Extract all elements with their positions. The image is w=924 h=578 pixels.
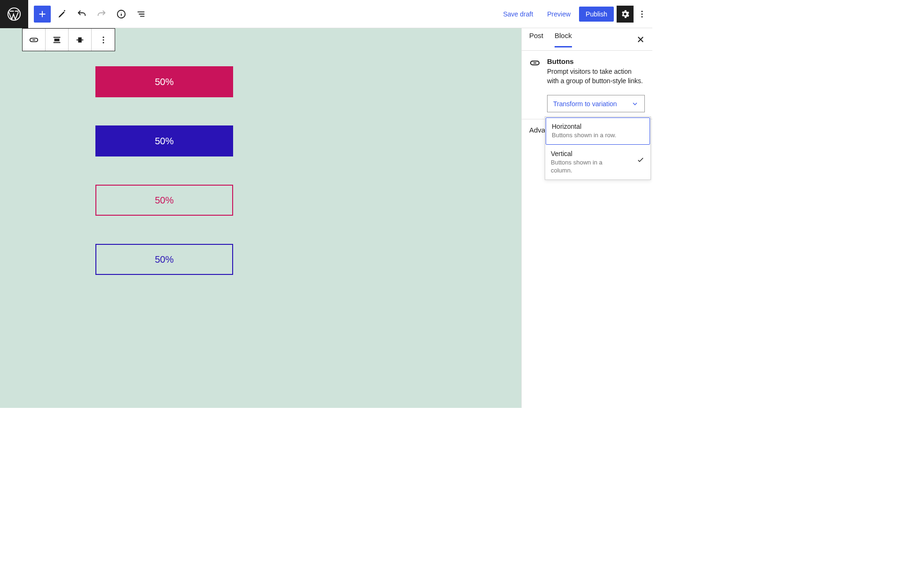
variation-dropdown: Horizontal Buttons shown in a row. Verti…: [545, 117, 651, 180]
editor-main: 50% 50% 50% 50% Post Block Buttons Promp…: [0, 28, 652, 408]
editor-top-bar: Save draft Preview Publish: [0, 0, 652, 28]
button-block[interactable]: 50%: [95, 244, 233, 275]
save-draft-button[interactable]: Save draft: [497, 7, 539, 22]
list-view-button[interactable]: [133, 6, 149, 23]
buttons-block: 50% 50% 50% 50%: [95, 66, 233, 275]
top-right-tools: Save draft Preview Publish: [497, 6, 652, 23]
button-label: 50%: [155, 77, 173, 87]
preview-button[interactable]: Preview: [541, 7, 576, 22]
svg-point-3: [642, 13, 643, 15]
variation-option-horizontal[interactable]: Horizontal Buttons shown in a row.: [546, 117, 650, 145]
info-button[interactable]: [113, 6, 130, 23]
editor-canvas[interactable]: 50% 50% 50% 50%: [0, 28, 521, 408]
button-block[interactable]: 50%: [95, 66, 233, 97]
close-sidebar-button[interactable]: [636, 35, 645, 44]
block-card-title: Buttons: [547, 57, 645, 65]
svg-point-10: [102, 42, 104, 43]
block-toolbar: [22, 28, 115, 51]
variation-option-vertical[interactable]: Vertical Buttons shown in a column.: [545, 145, 650, 180]
variation-option-description: Buttons shown in a row.: [552, 131, 644, 140]
wordpress-logo[interactable]: [0, 0, 28, 28]
check-icon: [636, 156, 645, 164]
svg-point-4: [642, 16, 643, 17]
svg-point-2: [642, 10, 643, 12]
edit-mode-button[interactable]: [54, 6, 70, 23]
more-options-button[interactable]: [636, 6, 648, 23]
chevron-down-icon: [631, 100, 639, 108]
block-type-button[interactable]: [23, 29, 46, 51]
block-card-description: Prompt visitors to take action with a gr…: [547, 67, 645, 86]
tab-post[interactable]: Post: [529, 31, 543, 47]
variation-option-title: Vertical: [551, 150, 645, 157]
redo-button[interactable]: [93, 6, 110, 23]
svg-point-9: [102, 39, 104, 40]
block-more-options-button[interactable]: [92, 29, 115, 51]
button-label: 50%: [155, 195, 173, 206]
settings-sidebar: Post Block Buttons Prompt visitors to ta…: [521, 28, 652, 408]
block-card: Buttons Prompt visitors to take action w…: [522, 51, 652, 92]
button-block[interactable]: 50%: [95, 185, 233, 216]
button-label: 50%: [155, 254, 173, 265]
button-block[interactable]: 50%: [95, 125, 233, 156]
variation-option-description: Buttons shown in a column.: [551, 158, 612, 175]
svg-rect-7: [78, 38, 81, 42]
buttons-block-icon: [529, 57, 540, 69]
publish-button[interactable]: Publish: [579, 7, 614, 22]
justify-button[interactable]: [69, 29, 92, 51]
transform-variation-select[interactable]: Transform to variation: [547, 95, 645, 112]
undo-button[interactable]: [73, 6, 90, 23]
svg-rect-6: [55, 39, 59, 41]
button-label: 50%: [155, 136, 173, 147]
settings-button[interactable]: [617, 6, 634, 23]
svg-point-8: [102, 36, 104, 38]
top-left-tools: [28, 6, 149, 23]
variation-select-label: Transform to variation: [553, 100, 617, 108]
add-block-button[interactable]: [34, 6, 51, 23]
tab-block[interactable]: Block: [555, 31, 572, 47]
sidebar-tabs: Post Block: [522, 28, 652, 51]
variation-option-title: Horizontal: [552, 123, 644, 130]
align-button[interactable]: [46, 29, 69, 51]
